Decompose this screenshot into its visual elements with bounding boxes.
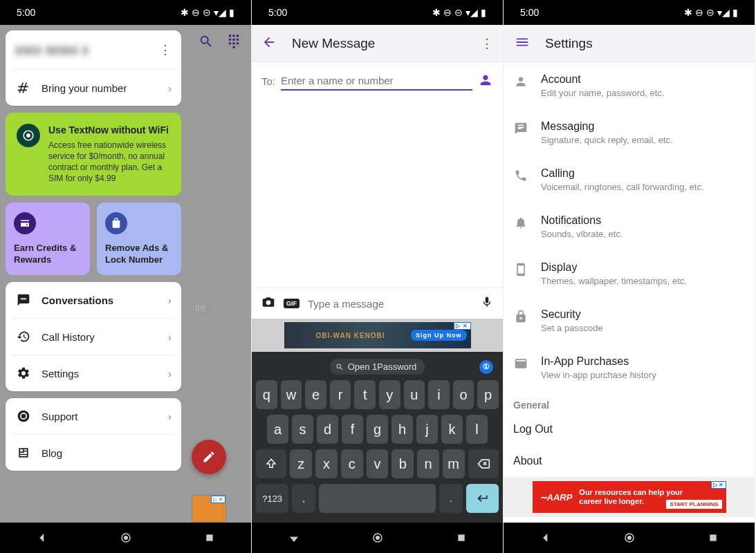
keyboard-row-3: zxcvbnm [256, 449, 499, 478]
blog-row[interactable]: Blog [12, 434, 174, 471]
settings-item-icon [513, 73, 528, 88]
bring-number-row[interactable]: Bring your number › [12, 69, 174, 106]
settings-item-messaging[interactable]: MessagingSignature, quick reply, email, … [504, 109, 755, 156]
more-icon[interactable]: ⋮ [481, 36, 493, 51]
key-b[interactable]: b [391, 449, 414, 478]
hamburger-icon[interactable] [515, 35, 530, 53]
menu-card-1: Conversations › Call History › Settings … [6, 282, 181, 391]
key-t[interactable]: t [354, 380, 376, 409]
ad-banner[interactable]: OBI-WAN KENOBI Sign Up Now ▷ ✕ [252, 319, 503, 352]
symbols-key[interactable]: ?123 [256, 484, 288, 513]
compose-fab[interactable] [192, 440, 226, 474]
nav-recent-icon[interactable] [203, 531, 216, 545]
chat-icon [15, 292, 32, 308]
settings-item-in-app-purchases[interactable]: In-App PurchasesView in-app purchase his… [504, 344, 755, 391]
password-suggestion[interactable]: Open 1Password [330, 359, 425, 375]
ad-cta[interactable]: START PLANNING [666, 500, 721, 509]
svg-point-4 [376, 536, 380, 540]
earn-credits-chip[interactable]: Earn Credits & Rewards [6, 203, 90, 276]
nav-home-icon[interactable] [371, 531, 385, 545]
onepassword-icon[interactable]: ① [479, 360, 493, 374]
settings-row[interactable]: Settings › [12, 355, 174, 391]
keyboard: Open 1Password ① qwertyuiop asdfghjkl zx… [252, 352, 503, 523]
key-h[interactable]: h [391, 415, 413, 444]
item-subtitle: View in-app purchase history [541, 370, 656, 380]
key-e[interactable]: e [305, 380, 326, 409]
key-d[interactable]: d [317, 415, 338, 444]
key-j[interactable]: j [416, 415, 438, 444]
period-key[interactable]: . [439, 484, 463, 513]
remove-ads-chip[interactable]: Remove Ads & Lock Number [97, 203, 181, 276]
camera-icon[interactable] [261, 295, 275, 312]
ad-banner[interactable]: ∼AARP Our resources can help your career… [504, 477, 755, 517]
settings-item-security[interactable]: SecuritySet a passcode [504, 297, 755, 344]
key-r[interactable]: r [330, 380, 351, 409]
settings-item-notifications[interactable]: NotificationsSounds, vibrate, etc. [504, 203, 755, 250]
call-history-row[interactable]: Call History › [12, 318, 174, 355]
gif-icon[interactable]: GIF [284, 299, 299, 308]
nav-recent-icon[interactable] [706, 531, 720, 545]
row-label: Settings [42, 368, 79, 379]
comma-key[interactable]: , [292, 484, 315, 513]
support-row[interactable]: Support › [6, 398, 181, 434]
nav-home-icon[interactable] [623, 531, 636, 545]
item-title: Security [541, 308, 603, 321]
ad-thumbnail[interactable]: ▷ ✕ [192, 495, 226, 523]
key-i[interactable]: i [428, 380, 450, 409]
settings-header: Settings [504, 25, 755, 62]
logout-row[interactable]: Log Out [504, 413, 755, 445]
key-n[interactable]: n [417, 449, 439, 478]
key-p[interactable]: p [477, 380, 499, 409]
key-f[interactable]: f [342, 415, 363, 444]
lifebuoy-icon [15, 408, 32, 424]
key-a[interactable]: a [267, 415, 288, 444]
key-l[interactable]: l [466, 415, 488, 444]
more-icon[interactable]: ⋮ [159, 42, 172, 57]
status-time: 5:00 [520, 7, 539, 18]
bring-number-label: Bring your number [42, 82, 127, 94]
mic-icon[interactable] [481, 296, 493, 311]
key-u[interactable]: u [404, 380, 425, 409]
nav-back-icon[interactable] [35, 531, 49, 545]
key-g[interactable]: g [367, 415, 388, 444]
key-v[interactable]: v [367, 449, 389, 478]
item-title: Notifications [541, 214, 623, 227]
message-input[interactable] [308, 298, 472, 310]
key-o[interactable]: o [453, 380, 474, 409]
key-q[interactable]: q [256, 380, 277, 409]
key-z[interactable]: z [290, 449, 312, 478]
ad-cta[interactable]: Sign Up Now [411, 330, 467, 341]
nav-back-icon[interactable] [539, 531, 553, 545]
nav-back-icon[interactable] [287, 531, 301, 545]
back-arrow-icon[interactable] [261, 35, 277, 53]
about-row[interactable]: About [504, 445, 755, 477]
key-s[interactable]: s [292, 415, 313, 444]
backspace-key[interactable] [468, 449, 499, 478]
row-label: Support [42, 411, 78, 422]
key-m[interactable]: m [443, 449, 465, 478]
settings-item-icon [513, 308, 528, 324]
enter-key[interactable] [466, 484, 499, 513]
nav-recent-icon[interactable] [454, 531, 468, 545]
message-thread-empty [252, 100, 503, 288]
nav-home-icon[interactable] [119, 531, 133, 545]
key-y[interactable]: y [379, 380, 400, 409]
key-w[interactable]: w [281, 380, 302, 409]
contact-picker-icon[interactable] [478, 73, 493, 91]
keyboard-row-1: qwertyuiop [256, 380, 499, 409]
key-c[interactable]: c [341, 449, 363, 478]
settings-item-account[interactable]: AccountEdit your name, password, etc. [504, 62, 755, 109]
settings-item-display[interactable]: DisplayThemes, wallpaper, timestamps, et… [504, 250, 755, 297]
recipient-input[interactable] [281, 72, 472, 91]
key-x[interactable]: x [315, 449, 338, 478]
space-key[interactable] [319, 484, 436, 513]
wifi-promo-card[interactable]: Use TextNow without WiFi Access free nat… [6, 113, 181, 196]
key-k[interactable]: k [441, 415, 463, 444]
profile-row[interactable]: ▮▮▮▮ ▮▮▮▮▮ ▮ ⋮ [6, 30, 181, 69]
status-bar: 5:00 ✱ ⊖ ⊝ ▾◢ ▮ [504, 0, 755, 25]
conversations-row[interactable]: Conversations › [6, 282, 181, 318]
row-label: Call History [42, 331, 95, 343]
keyboard-row-2: asdfghjkl [256, 415, 499, 444]
settings-item-calling[interactable]: CallingVoicemail, ringtones, call forwar… [504, 156, 755, 203]
shift-key[interactable] [256, 449, 286, 478]
